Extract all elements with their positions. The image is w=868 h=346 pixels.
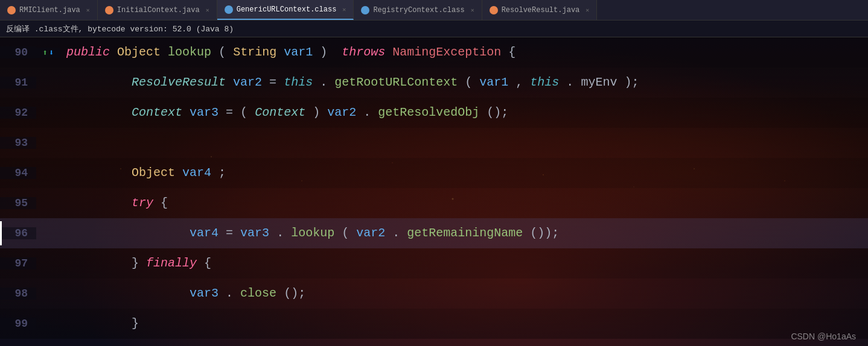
keyword-try: try (132, 196, 153, 210)
current-line-marker (0, 221, 2, 245)
type-object: Object (117, 45, 161, 59)
code-editor[interactable]: 90 ⬆ ⬇ public Object lookup ( String var… (0, 37, 868, 346)
tab-close-rmi[interactable]: ✕ (86, 7, 90, 14)
tab-rmi-client[interactable]: RMIClient.java ✕ (0, 0, 98, 20)
notice-text: 反编译 .class文件, bytecode version: 52.0 (Ja… (6, 24, 234, 34)
arg-var2: var2 (327, 105, 356, 119)
tab-close-initial[interactable]: ✕ (206, 7, 209, 14)
keyword-this1: this (284, 75, 313, 89)
code-line-93: 93 (0, 128, 868, 158)
tab-label: GenericURLContext.class (237, 5, 337, 14)
line-number-96: 96 (0, 227, 36, 239)
cast-context: Context (255, 105, 305, 119)
tab-icon-java (7, 6, 16, 14)
param-var1: var1 (284, 45, 313, 59)
tab-icon-java2 (105, 6, 113, 14)
type-object2: Object (132, 166, 175, 180)
code-line-92: 92 Context var3 = ( Context ) var2 . get… (0, 98, 868, 128)
line-number-97: 97 (0, 257, 36, 269)
var4-assign: var4 (190, 226, 219, 240)
line-number-95: 95 (0, 197, 36, 209)
keyword-this2: this (530, 75, 559, 89)
tab-initial-context[interactable]: InitialContext.java ✕ (98, 0, 217, 20)
method-lookup2: lookup (291, 226, 334, 240)
keyword-finally: finally (146, 256, 197, 270)
code-line-98: 98 var3 . close (); (0, 278, 868, 309)
tab-label: ResolveResult.java (502, 6, 580, 14)
code-content-96: var4 = var3 . lookup ( var2 . getRemaini… (60, 218, 868, 248)
method-lookup: lookup (168, 45, 211, 59)
tab-icon-class (225, 5, 233, 14)
var3: var3 (190, 105, 219, 119)
code-line-94: 94 Object var4 ; (0, 158, 868, 188)
line-number-94: 94 (0, 167, 36, 179)
tab-close-resolve[interactable]: ✕ (586, 7, 589, 14)
tab-label: RegistryContext.class (373, 6, 464, 14)
exception-naming: NamingException (392, 45, 501, 59)
tab-registry-context[interactable]: RegistryContext.class ✕ (354, 0, 482, 20)
tab-close-registry[interactable]: ✕ (471, 7, 474, 14)
code-content-90: public Object lookup ( String var1 ) thr… (60, 37, 868, 68)
var2: var2 (233, 75, 262, 89)
arg-var1: var1 (479, 75, 508, 89)
line-number-99: 99 (0, 318, 36, 330)
line-indicator-90: ⬆ ⬇ (43, 48, 54, 58)
field-myenv: myEnv (581, 75, 617, 89)
method-getresolvedobj: getResolvedObj (378, 105, 479, 119)
tab-bar: RMIClient.java ✕ InitialContext.java ✕ G… (0, 0, 868, 20)
code-line-95: 95 try { (0, 188, 868, 218)
code-content-98: var3 . close (); (60, 278, 868, 309)
code-line-99: 99 } (0, 309, 868, 339)
type-resolve-result: ResolveResult (132, 75, 226, 89)
code-content-97: } finally { (60, 248, 868, 278)
code-content-99: } (60, 309, 868, 339)
tab-icon-class2 (361, 6, 369, 14)
code-content-95: try { (60, 188, 868, 218)
keyword-public: public (66, 45, 110, 59)
keyword-throws: throws (342, 45, 385, 59)
code-content-91: ResolveResult var2 = this . getRootURLCo… (60, 68, 868, 98)
var3-close: var3 (190, 286, 219, 300)
line-gutter-90: ⬆ ⬇ (36, 48, 60, 58)
code-line-91: 91 ResolveResult var2 = this . getRootUR… (0, 68, 868, 98)
line-number-98: 98 (0, 288, 36, 300)
tab-close-generic[interactable]: ✕ (342, 6, 346, 13)
watermark: CSDN @Ho1aAs (791, 332, 856, 341)
method-getremainingname: getRemainingName (407, 226, 523, 240)
tab-label: InitialContext.java (117, 6, 200, 14)
code-content-92: Context var3 = ( Context ) var2 . getRes… (60, 98, 868, 128)
type-context: Context (132, 105, 182, 119)
type-string: String (233, 45, 276, 59)
code-content-94: Object var4 ; (60, 158, 868, 188)
code-line-97: 97 } finally { (0, 248, 868, 278)
var4: var4 (182, 166, 211, 180)
tab-resolve-result[interactable]: ResolveResult.java ✕ (482, 0, 598, 20)
decompile-notice: 反编译 .class文件, bytecode version: 52.0 (Ja… (0, 20, 868, 37)
var2-ref: var2 (356, 226, 385, 240)
method-getrooturlcontext: getRootURLContext (334, 75, 458, 89)
line-number-91: 91 (0, 77, 36, 89)
arrow-down-icon: ⬇ (49, 48, 54, 58)
var3-ref: var3 (240, 226, 269, 240)
line-number-93: 93 (0, 137, 36, 149)
tab-icon-java3 (490, 6, 498, 14)
line-number-90: 90 (0, 46, 36, 58)
code-line-96: 96 var4 = var3 . lookup ( var2 . getRema… (0, 218, 868, 248)
arrow-up-icon: ⬆ (43, 48, 48, 58)
tab-generic-url-context[interactable]: GenericURLContext.class ✕ (217, 0, 354, 20)
tab-label: RMIClient.java (19, 6, 80, 14)
line-number-92: 92 (0, 107, 36, 119)
code-line-90: 90 ⬆ ⬇ public Object lookup ( String var… (0, 37, 868, 68)
method-close: close (240, 286, 276, 300)
